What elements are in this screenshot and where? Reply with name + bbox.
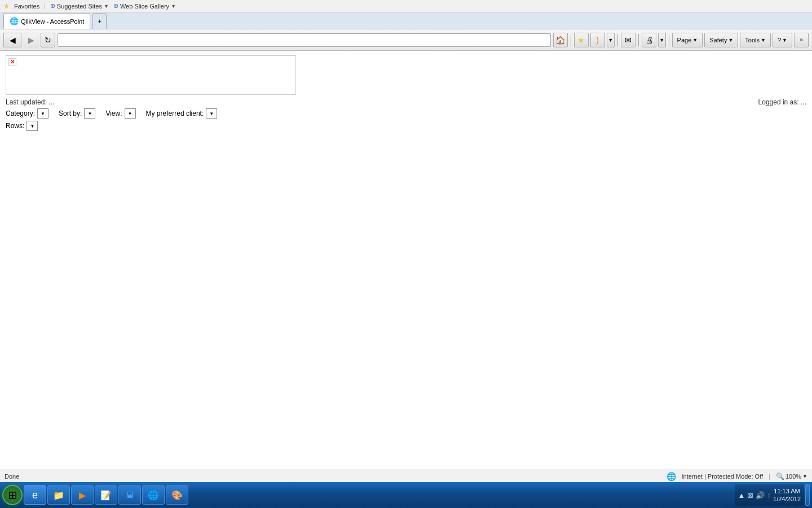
favorites-bar: ★ Favorites | ⊕ Suggested Sites ▼ ⊕ Web … — [0, 0, 812, 12]
rss-button[interactable]: ) — [590, 33, 605, 47]
banner-box: ✕ — [6, 55, 296, 95]
start-button[interactable]: ⊞ — [2, 485, 23, 505]
refresh-icon: ↻ — [45, 36, 51, 45]
sys-tray: ▲ ⊠ 🔊 | 11:13 AM 1/24/2012 — [735, 484, 804, 506]
tray-arrow-icon[interactable]: ▲ — [738, 491, 745, 500]
preferred-client-filter: My preferred client: ▼ — [146, 108, 218, 119]
rows-row: Rows: ▼ — [6, 121, 806, 131]
home-icon: 🏠 — [555, 36, 565, 45]
view-dropdown[interactable]: ▼ — [125, 108, 136, 119]
home-button[interactable]: 🏠 — [553, 33, 568, 47]
windows-logo-icon: ⊞ — [8, 488, 17, 502]
page-button[interactable]: Page ▼ — [672, 33, 703, 47]
refresh-button[interactable]: ↻ — [41, 33, 55, 47]
web-slice-gallery-link[interactable]: ⊕ Web Slice Gallery ▼ — [113, 2, 176, 10]
forward-button[interactable]: ▶ — [24, 33, 38, 47]
status-text: Done — [5, 473, 19, 480]
tray-volume-icon[interactable]: 🔊 — [756, 491, 765, 500]
suggested-sites-link[interactable]: ⊕ Suggested Sites ▼ — [50, 2, 109, 10]
ie-taskbar-button[interactable]: e — [24, 485, 46, 505]
right-toolbar: 🏠 ★ ) ▼ ✉ 🖨 ▼ Page ▼ Safety ▼ Tools ▼ — [553, 33, 809, 47]
page-label: Page — [677, 37, 692, 43]
favorites-button[interactable]: ★ — [574, 33, 589, 47]
back-button[interactable]: ◀ — [3, 33, 21, 47]
last-updated-value: ... — [48, 98, 54, 106]
print-dropdown[interactable]: ▼ — [658, 33, 666, 47]
sticky-notes-icon: 📝 — [100, 490, 112, 501]
clock-area[interactable]: 11:13 AM 1/24/2012 — [773, 487, 801, 503]
tray-divider: | — [768, 492, 770, 498]
new-tab-icon: + — [98, 17, 102, 25]
rows-dropdown[interactable]: ▼ — [27, 121, 38, 131]
filter-row-1: Category: ▼ Sort by: ▼ View: ▼ My prefer… — [6, 108, 806, 119]
web-slice-icon: ⊕ — [113, 2, 118, 10]
divider2 — [617, 34, 618, 46]
view-dropdown-icon: ▼ — [128, 111, 133, 116]
web-slice-gallery-label: Web Slice Gallery — [120, 3, 169, 10]
safety-dropdown-icon: ▼ — [728, 37, 733, 43]
help-dropdown-icon: ▼ — [782, 37, 787, 43]
security-globe-icon: 🌐 — [667, 472, 676, 481]
mail-button[interactable]: ✉ — [621, 33, 636, 47]
rows-label: Rows: — [6, 122, 24, 130]
help-button[interactable]: ? ▼ — [773, 33, 792, 47]
sticky-notes-button[interactable]: 📝 — [95, 485, 117, 505]
back-icon: ◀ — [10, 36, 16, 45]
suggested-sites-icon: ⊕ — [50, 2, 55, 10]
category-filter: Category: ▼ — [6, 108, 48, 119]
media-taskbar-button[interactable]: ▶ — [71, 485, 94, 505]
tools-label: Tools — [745, 37, 760, 43]
main-content: ✕ Last updated: ... Logged in as: ... Ca… — [0, 51, 812, 135]
safety-label: Safety — [709, 37, 727, 43]
rss-icon: ) — [596, 36, 599, 45]
forward-icon: ▶ — [28, 36, 34, 45]
logged-in-label: Logged in as: — [758, 98, 799, 106]
rows-dropdown-icon: ▼ — [30, 124, 34, 129]
tools-button[interactable]: Tools ▼ — [740, 33, 771, 47]
app6-button[interactable]: 🌐 — [142, 485, 165, 505]
app5-button[interactable]: 🖥 — [118, 485, 141, 505]
app5-icon: 🖥 — [125, 490, 134, 500]
clock-date: 1/24/2012 — [773, 495, 801, 503]
preferred-client-dropdown-icon: ▼ — [209, 111, 214, 116]
category-label: Category: — [6, 110, 35, 117]
banner-close-button[interactable]: ✕ — [8, 58, 16, 66]
rss-dropdown[interactable]: ▼ — [607, 33, 615, 47]
sortby-label: Sort by: — [59, 110, 82, 117]
favorites-link[interactable]: Favorites — [14, 3, 39, 10]
explorer-taskbar-button[interactable]: 📁 — [47, 485, 70, 505]
last-updated-label: Last updated: — [6, 98, 47, 106]
status-bar: Done 🌐 Internet | Protected Mode: Off | … — [0, 470, 812, 482]
ie-icon: e — [32, 489, 38, 501]
close-x-icon: ✕ — [10, 59, 15, 65]
logged-in-value: ... — [801, 98, 806, 106]
web-slice-arrow-icon: ▼ — [171, 3, 176, 9]
print-button[interactable]: 🖨 — [642, 33, 656, 47]
favorites-label: Favorites — [14, 3, 39, 10]
url-input[interactable] — [58, 33, 551, 47]
tools-dropdown-icon: ▼ — [761, 37, 766, 43]
safety-button[interactable]: Safety ▼ — [704, 33, 738, 47]
preferred-client-label: My preferred client: — [146, 110, 204, 117]
zoom-label: 100% — [785, 473, 801, 480]
zoom-control[interactable]: 🔍 100% ▼ — [776, 472, 807, 480]
mail-icon: ✉ — [625, 36, 632, 45]
preferred-client-dropdown[interactable]: ▼ — [206, 108, 217, 119]
taskbar: ⊞ e 📁 ▶ 📝 🖥 🌐 🎨 ▲ ⊠ 🔊 | 11:13 AM 1/24/20… — [0, 482, 812, 508]
new-tab-button[interactable]: + — [92, 13, 107, 29]
sortby-filter: Sort by: ▼ — [59, 108, 95, 119]
show-desktop-button[interactable] — [805, 484, 810, 506]
browser-tab[interactable]: 🌐 QlikView - AccessPoint — [3, 13, 90, 29]
status-row: Last updated: ... Logged in as: ... — [6, 98, 806, 106]
sortby-dropdown-icon: ▼ — [87, 111, 92, 116]
more-button[interactable]: » — [794, 33, 809, 47]
last-updated-area: Last updated: ... — [6, 98, 54, 106]
media-icon: ▶ — [79, 490, 86, 501]
page-dropdown-icon: ▼ — [692, 37, 698, 43]
sortby-dropdown[interactable]: ▼ — [84, 108, 95, 119]
app7-button[interactable]: 🎨 — [166, 485, 188, 505]
tray-network-icon[interactable]: ⊠ — [747, 491, 753, 500]
category-dropdown[interactable]: ▼ — [37, 108, 48, 119]
favorites-star-icon: ★ — [3, 2, 10, 10]
tab-globe-icon: 🌐 — [10, 17, 19, 25]
